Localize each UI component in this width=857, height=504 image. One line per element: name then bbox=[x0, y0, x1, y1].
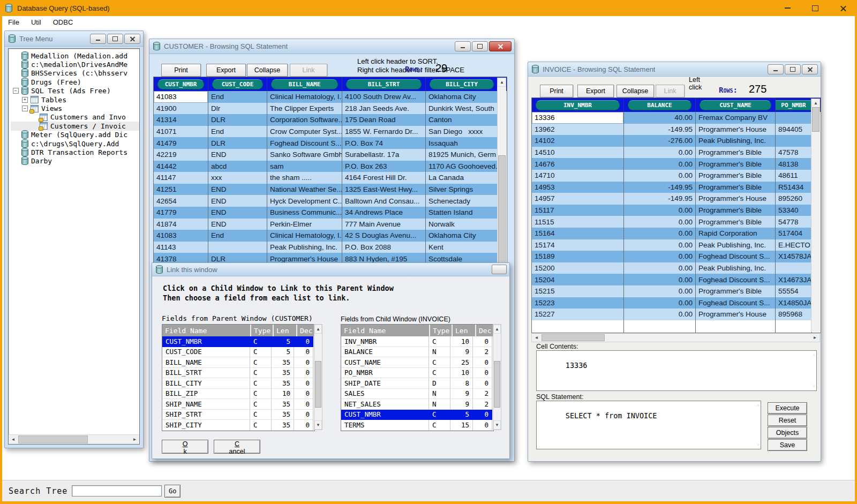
cell[interactable]: X14673JA bbox=[776, 274, 812, 285]
field-row[interactable]: SHIP_DATED80 bbox=[341, 378, 493, 389]
table-row[interactable]: 152040.00Foghead Discount S...X14673JA bbox=[532, 274, 821, 285]
field-row[interactable]: NET_SALESN92 bbox=[341, 399, 493, 410]
scrollbar-thumb[interactable] bbox=[18, 435, 88, 443]
fields-column-header-Field Name[interactable]: Field Name bbox=[341, 325, 429, 336]
scroll-right-button[interactable]: ► bbox=[810, 334, 820, 342]
table-row[interactable]: 41314DLRCorporation Software...175 Dean … bbox=[154, 114, 507, 126]
cell[interactable]: 41071 bbox=[154, 126, 208, 138]
cell[interactable]: 40.00 bbox=[624, 112, 696, 124]
cell[interactable]: Foghead Discount S... bbox=[696, 251, 776, 262]
ok-button[interactable]: Ok bbox=[162, 440, 208, 454]
field-cell[interactable]: 8 bbox=[450, 378, 473, 389]
cell[interactable]: 1855 W. Fernardo Dr... bbox=[342, 126, 426, 138]
cell[interactable]: Dlr bbox=[208, 103, 267, 115]
cell[interactable]: 13962 bbox=[532, 124, 624, 136]
close-button[interactable] bbox=[829, 0, 857, 16]
cell[interactable]: Canton bbox=[426, 114, 498, 126]
menu-util[interactable]: Util bbox=[25, 17, 47, 27]
cell[interactable]: 517404 bbox=[776, 228, 812, 239]
field-cell[interactable]: SHIP_DATE bbox=[341, 378, 429, 389]
scrollbar-thumb[interactable] bbox=[315, 361, 321, 408]
field-cell[interactable]: 0 bbox=[473, 368, 492, 379]
cell[interactable]: Clinical Hematology, I... bbox=[267, 230, 342, 242]
cell[interactable]: 0.00 bbox=[624, 251, 696, 262]
execute-button[interactable]: Execute bbox=[768, 402, 807, 414]
cell[interactable]: 0.00 bbox=[624, 205, 696, 216]
cell[interactable]: 41083 bbox=[154, 230, 208, 242]
field-cell[interactable]: C bbox=[429, 336, 450, 347]
field-cell[interactable]: N bbox=[429, 399, 450, 410]
table-row[interactable]: 41779ENDBusiness Communic...34 Andrews P… bbox=[154, 207, 507, 219]
field-cell[interactable]: TERMS bbox=[341, 420, 429, 431]
field-row[interactable]: SALESN92 bbox=[341, 389, 493, 400]
field-cell[interactable]: 0 bbox=[294, 420, 313, 431]
cell[interactable]: Fremax Company BV bbox=[696, 112, 776, 124]
field-cell[interactable]: BALANCE bbox=[341, 347, 429, 358]
field-cell[interactable]: SHIP_NAME bbox=[162, 399, 250, 410]
cell[interactable]: 175 Dean Road bbox=[342, 114, 426, 126]
cell[interactable]: 41083 bbox=[154, 91, 208, 103]
cell[interactable]: 15223 bbox=[532, 297, 624, 309]
cell[interactable]: 895968 bbox=[776, 309, 812, 320]
tree-item[interactable]: Customers / Invoic bbox=[11, 122, 139, 130]
field-cell[interactable]: 10 bbox=[272, 389, 294, 400]
cell[interactable]: END bbox=[208, 149, 267, 161]
table-row[interactable]: 41900DlrThe Clipper Experts218 Jan Seeds… bbox=[154, 103, 507, 115]
cell[interactable]: Peak Publishing, Inc. bbox=[696, 239, 776, 251]
column-header-BILL_STRT[interactable]: BILL_STRT bbox=[342, 77, 426, 91]
cell[interactable]: 4164 Forest Hill Dr. bbox=[342, 172, 426, 184]
cell[interactable]: 0.00 bbox=[624, 239, 696, 251]
table-row[interactable]: 14953-149.95Programmer's BibleR51434 bbox=[532, 182, 821, 193]
cell[interactable] bbox=[776, 112, 812, 124]
cell[interactable]: 41900 bbox=[154, 103, 208, 115]
field-cell[interactable]: C bbox=[250, 378, 272, 389]
sql-statement-box[interactable]: SELECT * from INVOICE ˄ ˅ bbox=[536, 401, 761, 449]
field-cell[interactable]: BILL_CITY bbox=[162, 378, 250, 389]
field-cell[interactable]: 2 bbox=[473, 347, 492, 358]
scroll-down-button[interactable]: ▼ bbox=[493, 420, 501, 430]
field-cell[interactable]: 35 bbox=[272, 368, 294, 379]
field-cell[interactable]: BILL_ZIP bbox=[162, 389, 250, 400]
cell[interactable]: Surabellastr. 17a bbox=[342, 149, 426, 161]
minimize-button[interactable] bbox=[455, 41, 471, 51]
field-cell[interactable]: 0 bbox=[473, 378, 492, 389]
cell[interactable]: Crow Computer Syst... bbox=[267, 126, 342, 138]
cell[interactable]: P.O. Box 2088 bbox=[342, 242, 426, 253]
scrollbar-thumb[interactable] bbox=[494, 361, 500, 408]
fields-column-header-Dec[interactable]: Dec bbox=[476, 325, 494, 336]
field-cell[interactable]: C bbox=[429, 420, 450, 431]
cell[interactable]: 0.00 bbox=[624, 262, 696, 274]
field-cell[interactable]: SHIP_CITY bbox=[162, 420, 250, 431]
field-cell[interactable]: 15 bbox=[450, 420, 473, 431]
close-button[interactable] bbox=[124, 34, 140, 44]
field-row[interactable]: SHIP_NAMEC350 bbox=[162, 399, 314, 410]
scrollbar-thumb[interactable] bbox=[542, 334, 605, 341]
field-cell[interactable]: NET_SALES bbox=[341, 399, 429, 410]
cell[interactable]: Statten Island bbox=[426, 207, 498, 219]
scroll-down-button[interactable]: ▼ bbox=[314, 420, 322, 430]
cell[interactable] bbox=[776, 262, 812, 274]
cell[interactable]: 34 Andrews Place bbox=[342, 207, 426, 219]
cell[interactable]: 15227 bbox=[532, 309, 624, 320]
table-row[interactable]: 151170.00Programmer's Bible53340 bbox=[532, 205, 821, 216]
field-cell[interactable]: BILL_STRT bbox=[162, 368, 250, 379]
cell[interactable]: E.HECTO bbox=[776, 239, 812, 251]
field-row[interactable]: SHIP_CITYC350 bbox=[162, 420, 314, 431]
cell[interactable]: 0.00 bbox=[624, 309, 696, 320]
field-cell[interactable]: 25 bbox=[450, 357, 473, 368]
cell[interactable]: Norwalk bbox=[426, 219, 498, 230]
column-header-BILL_NAME[interactable]: BILL_NAME bbox=[267, 77, 342, 91]
menu-odbc[interactable]: ODBC bbox=[47, 17, 79, 27]
invoice-titlebar[interactable]: INVOICE - Browsing SQL Statement bbox=[528, 62, 821, 77]
cell[interactable]: R51434 bbox=[776, 182, 812, 193]
field-cell[interactable]: 2 bbox=[473, 399, 492, 410]
cell[interactable]: 42219 bbox=[154, 149, 208, 161]
field-cell[interactable]: 5 bbox=[450, 410, 473, 420]
cell[interactable]: 14676 bbox=[532, 158, 624, 170]
tree-item[interactable]: DTR Transaction Reports bbox=[11, 148, 139, 156]
cell[interactable]: 15215 bbox=[532, 285, 624, 297]
cell[interactable]: Kent bbox=[426, 242, 498, 253]
cell[interactable]: 15189 bbox=[532, 251, 624, 262]
cell[interactable]: -149.95 bbox=[624, 182, 696, 193]
cell[interactable]: 41251 bbox=[154, 184, 208, 195]
